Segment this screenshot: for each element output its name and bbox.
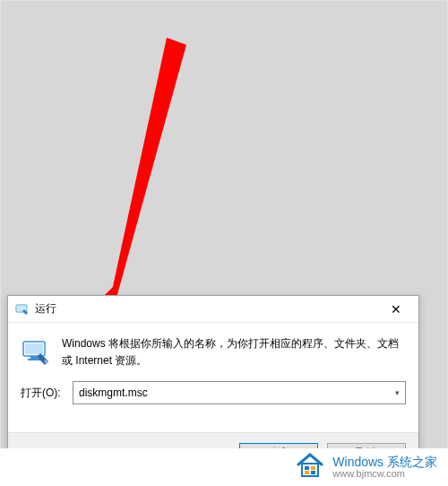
titlebar: 运行 ✕ <box>8 296 418 323</box>
open-label: 打开(O): <box>21 386 67 401</box>
open-combobox[interactable]: ▾ <box>73 381 406 404</box>
svg-rect-6 <box>30 356 38 359</box>
open-input[interactable] <box>73 382 389 404</box>
close-button[interactable]: ✕ <box>377 297 415 322</box>
svg-rect-9 <box>305 466 309 470</box>
run-program-icon <box>21 337 51 368</box>
run-titlebar-icon <box>15 302 30 317</box>
chevron-down-icon[interactable]: ▾ <box>389 382 405 404</box>
watermark-bar: Windows 系统之家 www.bjmcw.com <box>0 448 448 486</box>
watermark-logo: Windows 系统之家 www.bjmcw.com <box>332 456 437 479</box>
run-dialog: 运行 ✕ Windows 将根据你所输入的名称，为你打开相应的程序、文件夹、文档… <box>7 295 419 474</box>
dialog-title: 运行 <box>35 301 377 317</box>
watermark-url: www.bjmcw.com <box>332 469 437 480</box>
svg-rect-10 <box>311 466 315 470</box>
watermark-house-icon <box>295 452 325 482</box>
dialog-description: Windows 将根据你所输入的名称，为你打开相应的程序、文件夹、文档或 Int… <box>62 335 406 369</box>
close-icon: ✕ <box>391 302 401 317</box>
svg-rect-5 <box>25 343 43 354</box>
svg-rect-8 <box>302 464 318 476</box>
watermark-brand: Windows 系统之家 <box>332 456 437 469</box>
svg-rect-7 <box>28 359 40 360</box>
svg-rect-11 <box>305 471 309 474</box>
dialog-body: Windows 将根据你所输入的名称，为你打开相应的程序、文件夹、文档或 Int… <box>8 323 418 408</box>
svg-rect-12 <box>311 471 315 474</box>
